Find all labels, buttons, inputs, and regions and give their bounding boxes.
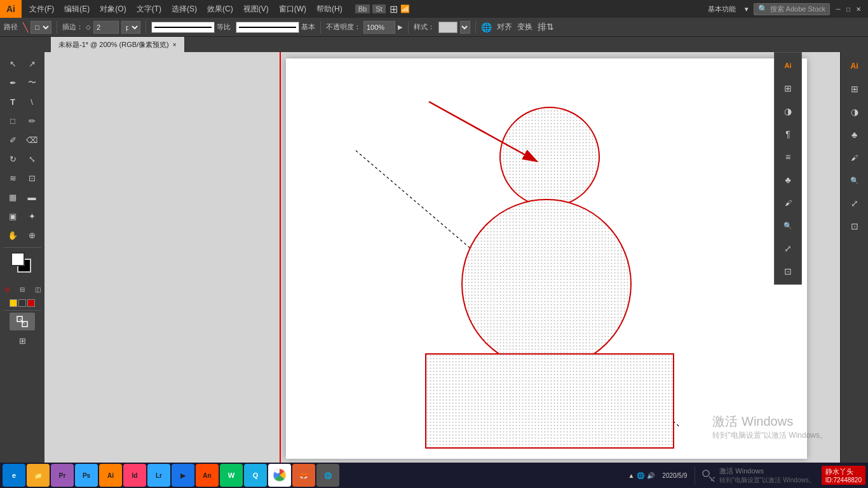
taskbar-firefox[interactable]: 🦊 (292, 464, 315, 487)
ri-magnifier[interactable]: 🔍 (843, 169, 866, 192)
menu-window[interactable]: 窗口(W) (274, 3, 311, 16)
fp-grid[interactable]: ⊞ (776, 77, 799, 100)
menu-select[interactable]: 选择(S) (166, 3, 202, 16)
fp-expand[interactable]: ⤢ (776, 237, 799, 260)
search-stock[interactable]: 🔍 搜索 Adobe Stock (754, 3, 830, 15)
opacity-label: 不透明度： (326, 22, 361, 32)
tray-up-arrow[interactable]: ▲ (628, 472, 634, 479)
unit-selector[interactable]: pt (121, 21, 140, 34)
forum-badge: 静水丫头 ID:72448820 (822, 466, 865, 485)
menu-effect[interactable]: 效果(C) (202, 3, 238, 16)
shape-selector[interactable]: □ (31, 21, 51, 34)
svg-point-22 (703, 470, 709, 477)
tab-close-btn[interactable]: × (173, 41, 177, 48)
graph2-tool[interactable]: ⊡ (23, 169, 41, 187)
ri-ai[interactable]: Ai (843, 55, 866, 78)
fp-ai[interactable]: Ai (776, 54, 799, 77)
fp-box[interactable]: ⊡ (776, 260, 799, 283)
align-btn[interactable]: 对齐 (497, 22, 512, 32)
window-controls: ─ □ ✕ (834, 4, 863, 13)
menu-edit[interactable]: 编辑(E) (59, 3, 95, 16)
taskbar-wechat[interactable]: W (220, 464, 243, 487)
gradient-tool[interactable]: ▣ (4, 207, 22, 225)
paintbrush-tool[interactable]: ✏ (23, 112, 41, 130)
line-tool[interactable]: \ (23, 93, 41, 111)
taskbar-media[interactable]: ▶ (172, 464, 194, 487)
taskbar-illustrator[interactable]: Ai (99, 464, 122, 487)
minimize-btn[interactable]: ─ (834, 4, 843, 13)
taskbar-lightroom[interactable]: Lr (147, 464, 170, 487)
rotate-tool[interactable]: ↻ (4, 150, 22, 168)
style-selector[interactable] (460, 21, 470, 34)
pencil-tool[interactable]: ✐ (4, 131, 22, 149)
ri-appearance[interactable]: ◑ (843, 100, 866, 123)
col-chart-tool[interactable]: ▬ (23, 188, 41, 206)
taskbar-photoshop[interactable]: Ps (75, 464, 98, 487)
curvature-tool[interactable]: 〜 (23, 74, 41, 92)
fp-char[interactable]: ¶ (776, 123, 799, 146)
interpolate-value[interactable] (93, 21, 119, 34)
taskbar-network[interactable]: 🌐 (316, 464, 339, 487)
fp-search[interactable]: 🔍 (776, 214, 799, 237)
tab-title: 未标题-1* @ 200% (RGB/像素预览) (58, 40, 169, 50)
globe-btn[interactable]: 🌐 (481, 22, 492, 32)
type-tool[interactable]: T (4, 93, 22, 111)
gradient-btn[interactable]: ◫ (31, 280, 44, 298)
tool-sep (3, 247, 41, 248)
eyedropper-tool[interactable]: ✦ (23, 207, 41, 225)
menu-object[interactable]: 对象(O) (95, 3, 131, 16)
warp-tool[interactable]: ≋ (4, 169, 22, 187)
fill-swatch[interactable] (11, 252, 25, 266)
artboard-tool[interactable]: ⊞ (10, 332, 35, 349)
fp-brush[interactable]: 🖌 (776, 191, 799, 214)
tab-untitled[interactable]: 未标题-1* @ 200% (RGB/像素预览) × (51, 37, 185, 52)
color-mode-btn[interactable]: ⊟ (15, 280, 29, 298)
ri-box[interactable]: ⊡ (843, 215, 866, 238)
taskbar-chrome[interactable] (268, 464, 291, 487)
taskbar-premiere[interactable]: Pr (51, 464, 74, 487)
menu-view[interactable]: 视图(V) (238, 3, 274, 16)
ri-clubs[interactable]: ♣ (843, 123, 866, 146)
select-tool[interactable]: ↖ (4, 55, 22, 72)
ri-brush[interactable]: 🖌 (843, 146, 866, 169)
canvas-area[interactable]: 激活 Windows 转到"电脑设置"以激活 Windows。 (44, 52, 840, 473)
arrange-btn[interactable]: 排⇅ (538, 22, 554, 33)
graph-tool[interactable]: ▦ (4, 188, 22, 206)
pen-tool[interactable]: ✒ (4, 74, 22, 92)
scale-tool[interactable]: ⤡ (23, 150, 41, 168)
style-preview[interactable] (438, 22, 458, 33)
ri-expand[interactable]: ⤢ (843, 192, 866, 215)
close-btn[interactable]: ✕ (854, 4, 863, 13)
color-swatches[interactable] (11, 252, 34, 275)
workspace-selector[interactable]: 基本功能 (704, 3, 740, 15)
taskbar-animate[interactable]: An (196, 464, 219, 487)
svg-text:e: e (12, 471, 16, 479)
fp-align[interactable]: ≡ (776, 146, 799, 168)
taskbar-qq[interactable]: Q (244, 464, 267, 487)
menu-text[interactable]: 文字(T) (132, 3, 166, 16)
rect-tool[interactable]: □ (4, 112, 22, 130)
menu-file[interactable]: 文件(F) (24, 3, 59, 16)
stroke-none-btn[interactable]: ⊘ (0, 280, 14, 298)
taskbar-explorer[interactable]: 📁 (27, 464, 50, 487)
shape-builder-tool[interactable] (10, 313, 35, 330)
eraser-tool[interactable]: ⌫ (23, 131, 41, 149)
fp-color[interactable]: ◑ (776, 100, 799, 123)
taskbar-edge[interactable]: e (3, 464, 25, 487)
taskbar-indesign[interactable]: Id (123, 464, 146, 487)
tool-row-8: ▦ ▬ (0, 188, 44, 206)
menu-help[interactable]: 帮助(H) (311, 3, 348, 16)
stroke-preview2[interactable] (236, 22, 299, 33)
transform-btn[interactable]: 变换 (517, 22, 532, 32)
hand-tool[interactable]: ✋ (4, 226, 22, 244)
tool-row-1: ↖ ↗ (0, 55, 44, 72)
interp-arrow: ◇ (86, 24, 91, 30)
maximize-btn[interactable]: □ (844, 4, 853, 13)
zoom-tool[interactable]: ⊕ (23, 226, 41, 244)
ri-grid[interactable]: ⊞ (843, 78, 866, 100)
tool-row-10: ✋ ⊕ (0, 226, 44, 244)
direct-select-tool[interactable]: ↗ (23, 55, 41, 72)
stroke-preview1[interactable] (151, 22, 215, 33)
opacity-input[interactable] (363, 21, 395, 34)
fp-clubs[interactable]: ♣ (776, 168, 799, 191)
